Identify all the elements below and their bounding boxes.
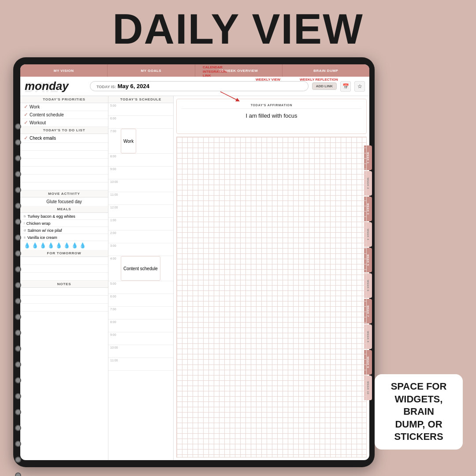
spiral-ring: [15, 234, 21, 241]
priority-item-2: ✓ Content schedule: [20, 111, 108, 119]
time-900: 9:00: [108, 167, 121, 171]
time-1000: 10:00: [108, 179, 121, 184]
time-900pm: 9:00: [108, 332, 121, 337]
activity-text: Glute focused day: [20, 197, 108, 206]
slot-800-content: [121, 154, 173, 166]
slot-200pm-content: [121, 231, 173, 243]
tomorrow-item-1: [20, 257, 108, 265]
time-slot-900pm: 9:00: [108, 332, 173, 345]
planner-content: MY VISION MY GOALS 12 WEEK OVERVIEW BRAI…: [20, 64, 369, 460]
time-600pm: 6:00: [108, 294, 121, 299]
time-slot-400pm: 4:00 Content schedule: [108, 256, 173, 281]
tomorrow-header: FOR TOMORROW: [20, 250, 108, 257]
slot-1200-content: [121, 205, 173, 217]
todo-item-5: [20, 167, 108, 175]
water-tracker: 💧 💧 💧 💧 💧 💧 💧 💧: [20, 241, 108, 250]
time-slot-500: 5:00: [108, 103, 173, 116]
todo-item-6: [20, 175, 108, 182]
spiral-binding: [15, 123, 21, 476]
todo-item-3: [20, 151, 108, 159]
spiral-ring: [15, 282, 21, 288]
water-drop-3: 💧: [40, 242, 46, 249]
time-slot-600: 6:00: [108, 116, 173, 129]
spiral-ring: [15, 123, 21, 130]
calendar-integration-annotation: CALENDAR INTEGRATION LINK: [203, 65, 227, 78]
todo-text-1: Check emails: [30, 136, 56, 141]
spiral-ring: [15, 266, 21, 272]
nav-tab-goals[interactable]: MY GOALS: [108, 64, 195, 77]
planner-body: TODAY'S PRIORITIES ✓ Work ✓ Content sche…: [20, 96, 369, 460]
notes-item-2: [20, 296, 108, 304]
time-slot-200pm: 2:00: [108, 231, 173, 243]
todo-checkmark-1: ✓: [24, 135, 28, 141]
spiral-ring: [15, 346, 21, 352]
time-700: 7:00: [108, 129, 121, 134]
meal-dot-b: b: [24, 214, 26, 218]
schedule-column: TODAY'S SCHEDULE 5:00 6:00 7:00: [108, 96, 174, 460]
tomorrow-item-3: [20, 273, 108, 281]
schedule-header: TODAY'S SCHEDULE: [108, 96, 173, 103]
nav-tabs: MY VISION MY GOALS 12 WEEK OVERVIEW BRAI…: [20, 64, 369, 77]
time-slot-1200: 12:00: [108, 205, 173, 218]
time-1200: 12:00: [108, 205, 121, 210]
time-slot-800pm: 8:00: [108, 320, 173, 332]
meal-breakfast: b Turkey bacon & egg whites: [20, 213, 108, 220]
meal-text-breakfast: Turkey bacon & egg whites: [27, 214, 75, 219]
calendar-icon[interactable]: 📅: [340, 81, 351, 92]
spiral-ring: [15, 139, 21, 145]
priority-item-3: ✓ Workout: [20, 119, 108, 127]
time-1100pm: 11:00: [108, 358, 121, 363]
slot-900-content: [121, 167, 173, 179]
slot-500-content: [121, 103, 173, 115]
slot-1000pm-content: [121, 345, 173, 357]
meals-header: MEALS: [20, 206, 108, 213]
time-800: 8:00: [108, 154, 121, 159]
spiral-ring: [15, 441, 21, 447]
spiral-ring: [15, 219, 21, 225]
spiral-ring: [15, 393, 21, 399]
affirmation-header: TODAY'S AFFIRMATION: [181, 104, 362, 109]
today-date: May 6, 2024: [118, 83, 149, 89]
todo-item-1: ✓ Check emails: [20, 134, 108, 143]
spiral-ring: [15, 457, 21, 463]
spiral-ring: [15, 155, 21, 161]
meal-dinner: d Salmon w/ rice pilaf: [20, 227, 108, 234]
meal-lunch: l Chicken wrap: [20, 220, 108, 227]
todo-item-7: [20, 182, 108, 190]
day-name: monday: [25, 79, 69, 93]
weekly-reflection-annotation: WEEKLY REFLECTION: [300, 78, 338, 82]
slot-500pm-content: [121, 281, 173, 294]
time-slot-300pm: 3:00: [108, 243, 173, 256]
schedule-slots: 5:00 6:00 7:00 Work 8:00: [108, 103, 173, 460]
priority-item-1: ✓ Work: [20, 103, 108, 111]
time-slot-800: 8:00: [108, 154, 173, 167]
slot-600pm-content: [121, 294, 173, 306]
affirmation-box: TODAY'S AFFIRMATION I am filled with foc…: [176, 99, 367, 134]
meal-text-dinner: Salmon w/ rice pilaf: [27, 228, 62, 233]
add-link-button[interactable]: ADD LINK: [312, 82, 337, 90]
meal-text-snack: Vanilla ice cream: [27, 235, 57, 240]
todo-item-4: [20, 159, 108, 167]
priority-text-2: Content schedule: [30, 112, 64, 117]
schedule-event-content: Content schedule: [121, 256, 160, 281]
day-label: DAILY monday: [25, 79, 86, 93]
water-drop-5: 💧: [56, 242, 62, 249]
nav-tab-braindump[interactable]: BRAIN DUMP: [283, 64, 369, 77]
grid-area: [176, 137, 367, 457]
affirmation-text: I am filled with focus: [181, 112, 362, 119]
spiral-ring: [15, 187, 21, 193]
spiral-ring: [15, 409, 21, 415]
slot-1000-content: [121, 179, 173, 192]
time-1100: 11:00: [108, 192, 121, 197]
priority-text-3: Workout: [30, 120, 46, 125]
time-slot-1000pm: 10:00: [108, 345, 173, 358]
time-500: 5:00: [108, 103, 121, 108]
slot-800pm-content: [121, 320, 173, 332]
widget-space-label: SPACE FOR WIDGETS, BRAIN DUMP, OR STICKE…: [375, 374, 463, 450]
star-icon[interactable]: ☆: [354, 81, 365, 92]
time-slot-1000: 10:00: [108, 179, 173, 192]
weekly-view-annotation: WEEKLY VIEW: [256, 78, 280, 82]
time-200pm: 2:00: [108, 231, 121, 235]
nav-tab-vision[interactable]: MY VISION: [20, 64, 108, 77]
time-slot-100pm: 1:00: [108, 218, 173, 231]
